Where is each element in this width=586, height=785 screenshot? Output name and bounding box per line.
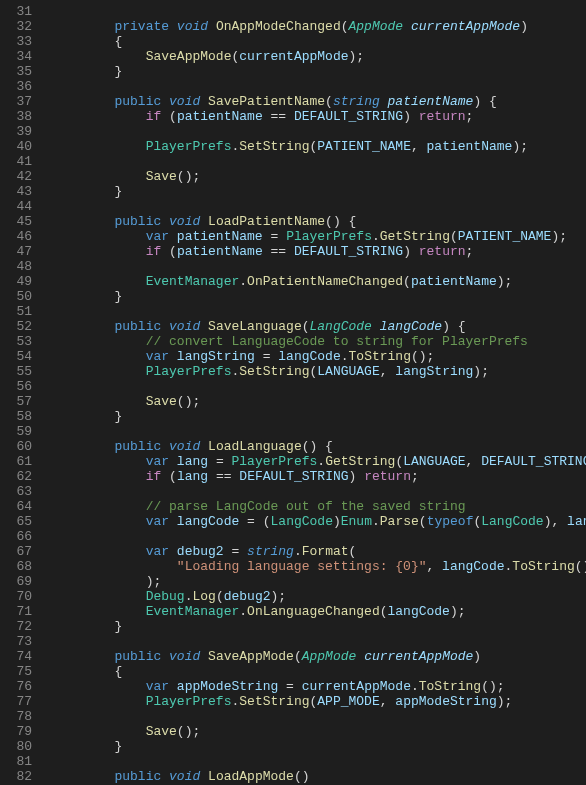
- code-line[interactable]: public void LoadAppMode(): [52, 769, 586, 784]
- code-line[interactable]: EventManager.OnPatientNameChanged(patien…: [52, 274, 586, 289]
- code-line[interactable]: SaveAppMode(currentAppMode);: [52, 49, 586, 64]
- code-line[interactable]: if (lang == DEFAULT_STRING) return;: [52, 469, 586, 484]
- line-number: 56: [8, 379, 32, 394]
- code-line[interactable]: [52, 529, 586, 544]
- line-number: 65: [8, 514, 32, 529]
- line-number: 62: [8, 469, 32, 484]
- line-number: 78: [8, 709, 32, 724]
- code-line[interactable]: PlayerPrefs.SetString(APP_MODE, appModeS…: [52, 694, 586, 709]
- line-number: 81: [8, 754, 32, 769]
- line-number: 70: [8, 589, 32, 604]
- line-number: 45: [8, 214, 32, 229]
- code-line[interactable]: {: [52, 34, 586, 49]
- line-number: 32: [8, 19, 32, 34]
- line-number: 38: [8, 109, 32, 124]
- code-line[interactable]: }: [52, 409, 586, 424]
- code-line[interactable]: public void SavePatientName(string patie…: [52, 94, 586, 109]
- line-number: 31: [8, 4, 32, 19]
- line-number: 35: [8, 64, 32, 79]
- line-number: 71: [8, 604, 32, 619]
- code-line[interactable]: "Loading language settings: {0}", langCo…: [52, 559, 586, 574]
- code-line[interactable]: PlayerPrefs.SetString(PATIENT_NAME, pati…: [52, 139, 586, 154]
- line-number: 46: [8, 229, 32, 244]
- line-number: 48: [8, 259, 32, 274]
- code-line[interactable]: }: [52, 619, 586, 634]
- line-number: 57: [8, 394, 32, 409]
- line-number: 42: [8, 169, 32, 184]
- code-line[interactable]: Save();: [52, 724, 586, 739]
- code-line[interactable]: }: [52, 289, 586, 304]
- code-line[interactable]: [52, 259, 586, 274]
- line-number: 80: [8, 739, 32, 754]
- line-number: 59: [8, 424, 32, 439]
- code-area[interactable]: private void OnAppModeChanged(AppMode cu…: [44, 0, 586, 785]
- line-number: 33: [8, 34, 32, 49]
- code-line[interactable]: }: [52, 184, 586, 199]
- code-line[interactable]: var appModeString = currentAppMode.ToStr…: [52, 679, 586, 694]
- code-line[interactable]: // convert LanguageCode to string for Pl…: [52, 334, 586, 349]
- line-number: 64: [8, 499, 32, 514]
- code-line[interactable]: {: [52, 664, 586, 679]
- code-line[interactable]: var langCode = (LangCode)Enum.Parse(type…: [52, 514, 586, 529]
- line-number: 58: [8, 409, 32, 424]
- line-number: 44: [8, 199, 32, 214]
- code-line[interactable]: [52, 484, 586, 499]
- code-line[interactable]: public void SaveLanguage(LangCode langCo…: [52, 319, 586, 334]
- line-number-gutter: 3132333435363738394041424344454647484950…: [0, 0, 44, 785]
- code-line[interactable]: var debug2 = string.Format(: [52, 544, 586, 559]
- line-number: 49: [8, 274, 32, 289]
- code-line[interactable]: }: [52, 64, 586, 79]
- code-line[interactable]: [52, 304, 586, 319]
- code-line[interactable]: var langString = langCode.ToString();: [52, 349, 586, 364]
- code-line[interactable]: Debug.Log(debug2);: [52, 589, 586, 604]
- line-number: 37: [8, 94, 32, 109]
- line-number: 43: [8, 184, 32, 199]
- line-number: 82: [8, 769, 32, 784]
- code-line[interactable]: Save();: [52, 394, 586, 409]
- code-line[interactable]: public void LoadLanguage() {: [52, 439, 586, 454]
- line-number: 39: [8, 124, 32, 139]
- line-number: 41: [8, 154, 32, 169]
- code-line[interactable]: if (patientName == DEFAULT_STRING) retur…: [52, 109, 586, 124]
- code-line[interactable]: [52, 154, 586, 169]
- code-line[interactable]: [52, 424, 586, 439]
- line-number: 51: [8, 304, 32, 319]
- code-line[interactable]: [52, 379, 586, 394]
- line-number: 67: [8, 544, 32, 559]
- code-line[interactable]: Save();: [52, 169, 586, 184]
- code-line[interactable]: if (patientName == DEFAULT_STRING) retur…: [52, 244, 586, 259]
- line-number: 52: [8, 319, 32, 334]
- code-line[interactable]: [52, 124, 586, 139]
- line-number: 76: [8, 679, 32, 694]
- line-number: 69: [8, 574, 32, 589]
- line-number: 34: [8, 49, 32, 64]
- line-number: 73: [8, 634, 32, 649]
- code-line[interactable]: EventManager.OnLanguageChanged(langCode)…: [52, 604, 586, 619]
- code-line[interactable]: );: [52, 574, 586, 589]
- code-line[interactable]: private void OnAppModeChanged(AppMode cu…: [52, 19, 586, 34]
- code-line[interactable]: }: [52, 739, 586, 754]
- line-number: 75: [8, 664, 32, 679]
- code-line[interactable]: public void LoadPatientName() {: [52, 214, 586, 229]
- code-line[interactable]: // parse LangCode out of the saved strin…: [52, 499, 586, 514]
- code-line[interactable]: [52, 4, 586, 19]
- line-number: 63: [8, 484, 32, 499]
- line-number: 50: [8, 289, 32, 304]
- code-line[interactable]: PlayerPrefs.SetString(LANGUAGE, langStri…: [52, 364, 586, 379]
- line-number: 53: [8, 334, 32, 349]
- code-line[interactable]: [52, 199, 586, 214]
- line-number: 60: [8, 439, 32, 454]
- code-line[interactable]: public void SaveAppMode(AppMode currentA…: [52, 649, 586, 664]
- line-number: 77: [8, 694, 32, 709]
- code-line[interactable]: var patientName = PlayerPrefs.GetString(…: [52, 229, 586, 244]
- code-line[interactable]: var lang = PlayerPrefs.GetString(LANGUAG…: [52, 454, 586, 469]
- line-number: 36: [8, 79, 32, 94]
- line-number: 61: [8, 454, 32, 469]
- code-line[interactable]: [52, 754, 586, 769]
- code-line[interactable]: [52, 79, 586, 94]
- code-line[interactable]: [52, 709, 586, 724]
- line-number: 72: [8, 619, 32, 634]
- code-line[interactable]: [52, 634, 586, 649]
- line-number: 40: [8, 139, 32, 154]
- line-number: 68: [8, 559, 32, 574]
